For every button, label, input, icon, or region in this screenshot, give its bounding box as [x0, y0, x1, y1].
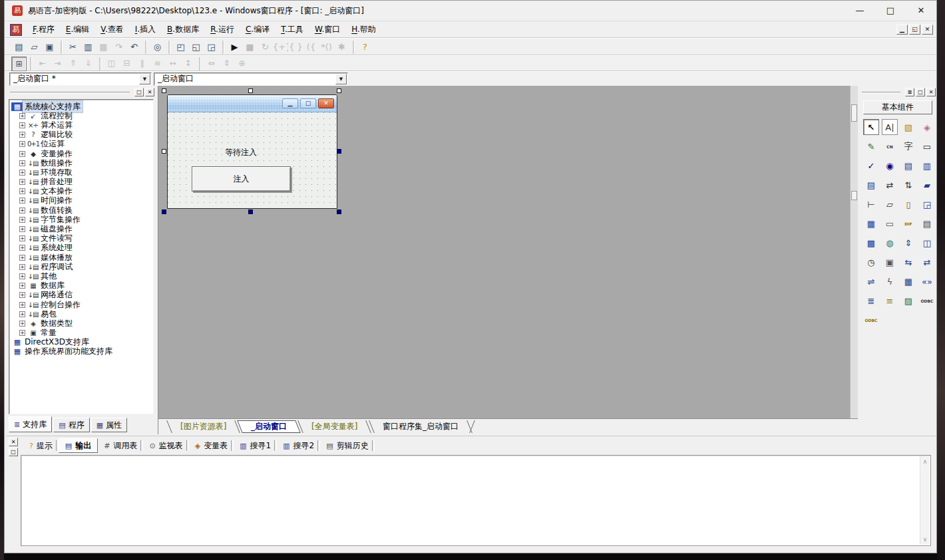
- menu-button[interactable]: ≡: [905, 88, 914, 96]
- tree-expander-icon[interactable]: +: [19, 321, 25, 327]
- list-view[interactable]: ▤: [900, 158, 916, 174]
- help-search-button[interactable]: ?: [357, 40, 373, 55]
- updown[interactable]: ⇕: [900, 235, 916, 251]
- drag-grip[interactable]: [862, 92, 900, 93]
- form-close-button[interactable]: ✕: [318, 98, 334, 108]
- tab-hints[interactable]: ?提示: [23, 438, 59, 453]
- tab-window-program-set[interactable]: 窗口程序集_启动窗口: [369, 420, 472, 433]
- animation-box[interactable]: ▯: [900, 196, 916, 212]
- selection-handle-middle-right[interactable]: [337, 149, 341, 154]
- menu-item-F[interactable]: F.程序: [28, 22, 59, 37]
- tree-expander-icon[interactable]: +: [19, 179, 25, 185]
- tree-item[interactable]: +↓▤其他: [10, 271, 152, 281]
- tab-search2[interactable]: ▥搜寻2: [277, 438, 320, 453]
- tree-item[interactable]: +↓▤数组操作: [10, 158, 152, 168]
- new-button[interactable]: ▤: [11, 40, 27, 55]
- tree-item[interactable]: +◈数据类型: [10, 319, 152, 328]
- printer[interactable]: ▣: [882, 254, 898, 270]
- scrollbar-thumb[interactable]: [851, 104, 857, 122]
- selection-handle-top-right[interactable]: [337, 88, 341, 93]
- menu-item-E[interactable]: E.编辑: [61, 22, 94, 37]
- mdi-minimize-button[interactable]: ▁: [896, 25, 908, 35]
- float-button[interactable]: □: [916, 88, 925, 96]
- combo-box[interactable]: ▤: [863, 177, 879, 193]
- group-box[interactable]: CN: [882, 138, 898, 154]
- dif-folder[interactable]: DIF: [900, 215, 916, 231]
- maximize-button[interactable]: □: [875, 1, 906, 21]
- selection-handle-bottom-left[interactable]: [162, 210, 166, 214]
- timer[interactable]: ◷: [863, 254, 879, 270]
- float-button[interactable]: □: [134, 88, 144, 96]
- db-navigator[interactable]: «»: [919, 273, 935, 289]
- menu-item-W[interactable]: W.窗口: [310, 22, 345, 37]
- scrollbar-thumb[interactable]: [851, 191, 857, 200]
- month-calendar[interactable]: ▩: [863, 235, 879, 251]
- tree-expander-icon[interactable]: +: [19, 226, 25, 232]
- save-button[interactable]: ▣: [42, 40, 57, 55]
- form-maximize-button[interactable]: □: [300, 98, 316, 108]
- tree-expander-icon[interactable]: +: [19, 122, 25, 128]
- tree-expander-icon[interactable]: +: [19, 188, 25, 194]
- tab-watch-table[interactable]: ⊙监视表: [143, 438, 188, 453]
- edit-line[interactable]: ▭: [882, 215, 898, 231]
- odbc-db[interactable]: ODBC: [863, 312, 879, 328]
- tree-item[interactable]: +?逻辑比较: [10, 130, 152, 140]
- data-send[interactable]: ⇆: [900, 254, 916, 270]
- tree-expander-icon[interactable]: +: [19, 113, 25, 119]
- static-text[interactable]: 字: [900, 138, 916, 154]
- selection-handle-bottom-center[interactable]: [248, 210, 253, 214]
- toolbox-header[interactable]: ≡□✕: [858, 87, 938, 98]
- open-button[interactable]: ▱: [27, 40, 42, 55]
- date-grid[interactable]: ▦: [863, 215, 879, 231]
- workspace-vertical-scrollbar[interactable]: [850, 86, 858, 418]
- image-group[interactable]: ◈: [919, 119, 935, 135]
- tree-expander-icon[interactable]: +: [19, 235, 25, 241]
- label-component[interactable]: A|: [882, 119, 898, 135]
- run-button[interactable]: ▶: [227, 40, 242, 55]
- tree-expander-icon[interactable]: +: [19, 217, 25, 223]
- component-selector[interactable]: _启动窗口 * ▼: [9, 72, 152, 86]
- data-grid[interactable]: ▦: [900, 273, 916, 289]
- data-receive[interactable]: ⇄: [919, 254, 935, 270]
- tree-item[interactable]: +×÷算术运算: [10, 120, 152, 130]
- progress-bar[interactable]: ▰: [919, 177, 935, 193]
- window-selector[interactable]: _启动窗口 ▼: [154, 72, 348, 86]
- form-designer-button[interactable]: ⊞: [11, 57, 27, 71]
- find-button[interactable]: ◎: [150, 40, 165, 55]
- tab-call-table[interactable]: #调用表: [98, 438, 143, 453]
- copy-button[interactable]: ▥: [81, 40, 96, 55]
- picture-box[interactable]: ▧: [900, 119, 916, 135]
- list-box[interactable]: ▥: [919, 158, 935, 174]
- tree-item[interactable]: +↓▤时间操作: [10, 196, 152, 206]
- form-designer-workspace[interactable]: ▁□✕ 等待注入 注入 [图片资源表]_启动窗口[全局变量表]窗口程序集_启动窗…: [158, 86, 858, 434]
- close-button[interactable]: ✕: [9, 438, 18, 446]
- checkbox[interactable]: ✓: [863, 158, 879, 174]
- report-list[interactable]: ≣: [863, 293, 879, 309]
- menu-item-H[interactable]: H.帮助: [347, 22, 381, 37]
- vscroll-bar[interactable]: ⇅: [900, 177, 916, 193]
- tree-expander-icon[interactable]: +: [19, 255, 25, 261]
- tree-expander-icon[interactable]: +: [19, 283, 25, 289]
- tree-item[interactable]: +↓▤磁盘操作: [10, 224, 152, 233]
- tab-search1[interactable]: ▥搜寻1: [234, 438, 277, 453]
- tree-expander-icon[interactable]: +: [19, 273, 25, 279]
- minimize-button[interactable]: —: [845, 1, 875, 21]
- tab-properties[interactable]: ▦属性: [91, 418, 127, 432]
- tab-clip-history[interactable]: ▤剪辑历史: [320, 438, 374, 453]
- form-component[interactable]: ◲: [919, 196, 935, 212]
- chevron-down-icon[interactable]: ▼: [139, 74, 150, 84]
- tree-expander-icon[interactable]: +: [19, 132, 25, 138]
- document[interactable]: ▤: [919, 215, 935, 231]
- float-button[interactable]: □: [9, 448, 18, 456]
- selection-handle-bottom-right[interactable]: [337, 210, 341, 214]
- frame[interactable]: ▱: [882, 196, 898, 212]
- close-button[interactable]: ✕: [145, 88, 154, 96]
- tab-startup-window[interactable]: _启动窗口: [238, 420, 301, 433]
- com-port[interactable]: ϟ: [882, 273, 898, 289]
- tree-expander-icon[interactable]: +: [19, 208, 25, 213]
- selection-handle-middle-left[interactable]: [162, 149, 166, 154]
- basic-components-button[interactable]: 基本组件: [863, 100, 932, 114]
- menu-item-C[interactable]: C.编译: [241, 22, 274, 37]
- tab-support-libs[interactable]: ≣支持库: [9, 416, 52, 432]
- data-exchange[interactable]: ⇌: [863, 273, 879, 289]
